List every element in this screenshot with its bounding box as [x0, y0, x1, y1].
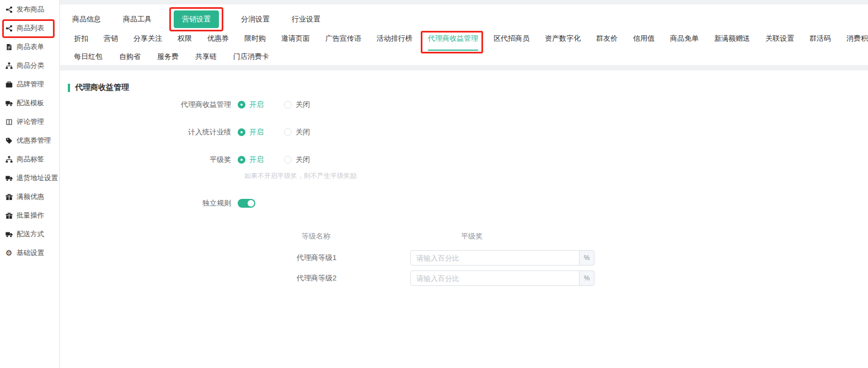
tab-new-full-amount-gift[interactable]: 新满额赠送	[714, 34, 750, 44]
sidebar-item-delivery-template[interactable]: 配送模板	[0, 94, 59, 112]
settings-form: 代理商收益管理 开启 关闭 计入统计业绩	[60, 97, 868, 286]
percentage-input-group: %	[410, 250, 594, 266]
tab-asset-digitization[interactable]: 资产数字化	[545, 34, 581, 44]
tab-industry-settings[interactable]: 行业设置	[292, 14, 320, 24]
tab-store-consumption-card[interactable]: 门店消费卡	[233, 52, 269, 62]
radio-selected-icon[interactable]	[238, 101, 245, 109]
tab-label: 营销设置	[182, 15, 211, 23]
percent-suffix: %	[580, 250, 594, 266]
sidebar-item-label: 基础设置	[17, 248, 44, 258]
radio-label: 开启	[249, 127, 264, 137]
sidebar-item-delivery-method[interactable]: 配送方式	[0, 225, 59, 243]
tab-shared-chain[interactable]: 共享链	[195, 52, 217, 62]
independent-rules-toggle[interactable]	[238, 199, 255, 208]
tab-service-fee[interactable]: 服务费	[157, 52, 179, 62]
tab-flash-sale[interactable]: 限时购	[244, 34, 266, 44]
radio-option-off[interactable]: 关闭	[284, 155, 310, 165]
tab-activity-ranking[interactable]: 活动排行榜	[377, 34, 412, 44]
sidebar-item-label: 商品标签	[17, 155, 44, 164]
tab-label: 代理商收益管理	[428, 34, 478, 42]
tab-agent-revenue-management[interactable]: 代理商收益管理	[428, 34, 478, 44]
active-tab-underline	[428, 50, 478, 51]
tab-product-info[interactable]: 商品信息	[72, 14, 101, 24]
sidebar-item-publish-product[interactable]: 发布商品	[0, 0, 59, 19]
briefcase-icon	[5, 80, 13, 88]
tab-district-agent-recruiter[interactable]: 区代招商员	[494, 34, 529, 44]
tab-group-live-code[interactable]: 群活码	[810, 34, 831, 44]
sidebar-item-product-category[interactable]: 商品分类	[0, 56, 59, 75]
radio-selected-icon[interactable]	[238, 128, 245, 136]
radio-option-on[interactable]: 开启	[238, 100, 264, 110]
sidebar-item-label: 商品列表	[17, 24, 44, 33]
sidebar-item-batch-operations[interactable]: 批量操作	[0, 206, 59, 225]
form-row-same-level-award: 平级奖 开启 关闭	[60, 152, 868, 167]
radio-selected-icon[interactable]	[238, 156, 245, 164]
radio-label: 关闭	[296, 127, 310, 137]
percent-suffix: %	[580, 270, 594, 286]
sidebar-item-return-address-settings[interactable]: 退货地址设置	[0, 169, 59, 187]
radio-unselected-icon[interactable]	[284, 101, 292, 109]
columns-icon	[5, 118, 13, 126]
tab-product-free-order[interactable]: 商品免单	[670, 34, 699, 44]
column-header-same-level-award: 平级奖	[410, 231, 594, 241]
percentage-input[interactable]	[410, 250, 580, 266]
tab-product-tools[interactable]: 商品工具	[123, 14, 152, 24]
main-area: 商品信息 商品工具 营销设置 分润设置 行业设置 折扣 营销 分享关注 权限 优…	[60, 0, 868, 368]
form-row-independent-rules: 独立规则	[60, 197, 868, 209]
primary-tab-bar: 商品信息 商品工具 营销设置 分润设置 行业设置	[60, 4, 868, 29]
radio-unselected-icon[interactable]	[284, 128, 292, 136]
sidebar-item-label: 商品表单	[17, 42, 44, 52]
tab-coupon[interactable]: 优惠券	[207, 34, 229, 44]
sidebar-item-product-form[interactable]: 商品表单	[0, 37, 59, 56]
radio-option-on[interactable]: 开启	[238, 127, 264, 137]
tab-invite-page[interactable]: 邀请页面	[281, 34, 310, 44]
field-label: 代理商收益管理	[60, 100, 238, 110]
gift-icon	[5, 212, 13, 219]
product-list-icon	[5, 24, 13, 32]
table-row: 代理商等级2 %	[297, 270, 868, 286]
table-row: 代理商等级1 %	[297, 250, 868, 266]
truck-icon	[5, 174, 13, 182]
tab-credit-value[interactable]: 信用值	[633, 34, 655, 44]
same-level-award-hint: 如果不开启平级奖，则不产生平级奖励	[244, 171, 868, 181]
radio-label: 关闭	[296, 155, 310, 165]
tab-share-follow[interactable]: 分享关注	[133, 34, 162, 44]
tab-profit-sharing-settings[interactable]: 分润设置	[241, 14, 270, 24]
sidebar-item-basic-settings[interactable]: ⚙ 基础设置	[0, 243, 59, 262]
sidebar-item-product-tags[interactable]: 商品标签	[0, 150, 59, 169]
sidebar-item-full-amount-discount[interactable]: 满额优惠	[0, 187, 59, 206]
share-nodes-icon	[5, 6, 13, 13]
sidebar-item-coupon-management[interactable]: 优惠券管理	[0, 131, 59, 150]
radio-unselected-icon[interactable]	[284, 156, 292, 164]
tab-consumption-points2[interactable]: 消费积分2	[846, 34, 868, 44]
percentage-input[interactable]	[410, 270, 580, 286]
tab-discount[interactable]: 折扣	[74, 34, 88, 44]
field-label: 平级奖	[60, 155, 238, 165]
sitemap-icon	[5, 62, 13, 69]
tab-permissions[interactable]: 权限	[178, 34, 192, 44]
tab-group-friend-price[interactable]: 群友价	[596, 34, 618, 44]
admin-app: 发布商品 商品列表 商品表单 商品分类 品牌管理 配送模板 评论管理	[0, 0, 868, 368]
sidebar-item-product-list[interactable]: 商品列表	[0, 19, 59, 37]
radio-option-off[interactable]: 关闭	[284, 127, 310, 137]
level-award-table: 等级名称 平级奖 代理商等级1 % 代理商等级2	[297, 231, 868, 286]
tab-daily-red-packet[interactable]: 每日红包	[74, 52, 103, 62]
tab-ad-slogan[interactable]: 广告宣传语	[325, 34, 361, 44]
truck-icon	[5, 99, 13, 107]
tab-self-purchase-save[interactable]: 自购省	[119, 52, 141, 62]
form-row-agent-revenue: 代理商收益管理 开启 关闭	[60, 97, 868, 112]
sidebar-item-label: 配送模板	[17, 99, 44, 108]
sidebar-item-comment-management[interactable]: 评论管理	[0, 112, 59, 131]
radio-label: 关闭	[296, 100, 310, 110]
radio-option-on[interactable]: 开启	[238, 155, 264, 165]
tab-marketing-settings[interactable]: 营销设置	[174, 10, 219, 28]
radio-option-off[interactable]: 关闭	[284, 100, 310, 110]
sidebar-item-label: 配送方式	[17, 230, 44, 239]
sidebar-item-label: 品牌管理	[17, 80, 44, 89]
sidebar-item-brand-management[interactable]: 品牌管理	[0, 75, 59, 94]
tab-association-settings[interactable]: 关联设置	[765, 34, 794, 44]
radio-group: 开启 关闭	[238, 127, 330, 137]
table-header-row: 等级名称 平级奖	[297, 231, 868, 241]
content-panel: 代理商收益管理 代理商收益管理 开启 关闭	[60, 71, 868, 368]
tab-marketing[interactable]: 营销	[104, 34, 118, 44]
